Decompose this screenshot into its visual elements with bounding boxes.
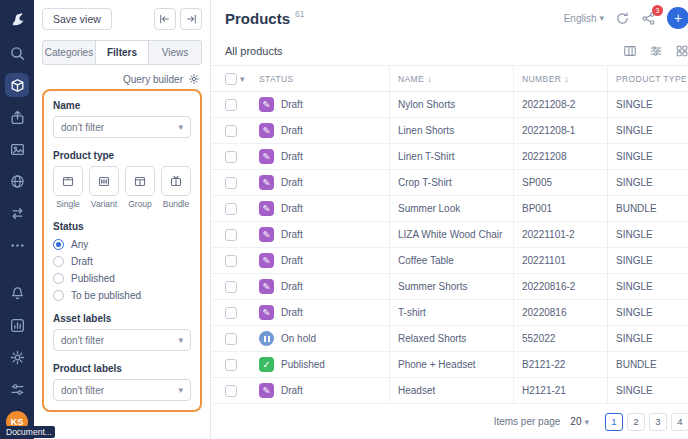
chevron-down-icon[interactable]: ▾	[240, 74, 245, 84]
column-header-product-type[interactable]: PRODUCT TYPE↓	[607, 66, 688, 91]
table-row[interactable]: ✎ Draft Linen Shorts 20221208-1 SINGLE	[211, 118, 688, 144]
table-row[interactable]: ✎ Draft Crop T-Shirt SP005 SINGLE	[211, 170, 688, 196]
row-checkbox[interactable]	[225, 385, 237, 397]
column-header-status[interactable]: STATUS	[259, 66, 389, 91]
nav-assets[interactable]	[5, 137, 29, 161]
product-name[interactable]: Linen Shorts	[389, 118, 513, 143]
table-row[interactable]: ✎ Draft Summer Shorts 20220816-2 SINGLE	[211, 274, 688, 300]
product-name[interactable]: Linen T-Shirt	[389, 144, 513, 169]
table-row[interactable]: ✎ Draft Nylon Shorts 20221208-2 SINGLE	[211, 92, 688, 118]
expand-panel-right-button[interactable]	[180, 8, 202, 30]
status-icon: ✎	[259, 201, 274, 216]
filter-asset-labels-select[interactable]: don't filter ▾	[53, 329, 191, 351]
table-row[interactable]: ✎ Draft Headset H2121-21 SINGLE	[211, 378, 688, 404]
product-name[interactable]: Summer Shorts	[389, 274, 513, 299]
nav-transfer[interactable]	[5, 201, 29, 225]
row-checkbox[interactable]	[225, 359, 237, 371]
filter-product-labels-label: Product labels	[53, 363, 191, 374]
tab-categories[interactable]: Categories	[42, 40, 95, 65]
app-logo[interactable]	[6, 7, 28, 29]
nav-notifications[interactable]	[5, 281, 29, 305]
product-name[interactable]: Crop T-Shirt	[389, 170, 513, 195]
columns-view-button[interactable]	[623, 44, 637, 58]
nav-products[interactable]	[5, 73, 29, 97]
select-all-checkbox[interactable]	[225, 73, 237, 85]
product-name[interactable]: Summer Look	[389, 196, 513, 221]
product-name[interactable]: T-shirt	[389, 300, 513, 325]
status-option-to-be-published-label: To be published	[71, 290, 141, 301]
box-icon	[9, 77, 26, 94]
nav-search[interactable]	[5, 41, 29, 65]
row-checkbox[interactable]	[225, 177, 237, 189]
column-header-number[interactable]: NUMBER↓	[513, 66, 607, 91]
status-icon: ✎	[259, 227, 274, 242]
row-checkbox[interactable]	[225, 281, 237, 293]
page-button-3[interactable]: 3	[649, 413, 667, 431]
query-builder-link[interactable]: Query builder	[42, 73, 200, 85]
nav-publish[interactable]	[5, 105, 29, 129]
column-header-name[interactable]: NAME↓	[389, 66, 513, 91]
table-row[interactable]: ✓ Published Phone + Headset B2121-22 BUN…	[211, 352, 688, 378]
product-name[interactable]: LIZA White Wood Chair	[389, 222, 513, 247]
status-label: Draft	[281, 307, 303, 318]
table-row[interactable]: ✎ Draft T-shirt 20220816 SINGLE	[211, 300, 688, 326]
row-checkbox[interactable]	[225, 125, 237, 137]
table-row[interactable]: ✎ Draft Linen T-Shirt 20221208 SINGLE	[211, 144, 688, 170]
scope-selector[interactable]: All products	[225, 45, 282, 57]
row-checkbox[interactable]	[225, 307, 237, 319]
add-product-button[interactable]: +	[667, 7, 688, 29]
row-checkbox[interactable]	[225, 333, 237, 345]
status-option-any[interactable]: Any	[53, 239, 191, 250]
page-button-2[interactable]: 2	[627, 413, 645, 431]
product-type-bundle[interactable]: Bundle	[161, 166, 191, 209]
product-name[interactable]: Relaxed Shorts	[389, 326, 513, 351]
table-row[interactable]: ✎ Draft Coffee Table 20221101 SINGLE	[211, 248, 688, 274]
product-type-variant[interactable]: Variant	[89, 166, 119, 209]
row-checkbox[interactable]	[225, 229, 237, 241]
product-name[interactable]: Coffee Table	[389, 248, 513, 273]
page-button-4[interactable]: 4	[671, 413, 688, 431]
product-type-single[interactable]: Single	[53, 166, 83, 209]
grid-view-button[interactable]	[675, 44, 688, 58]
status-option-published[interactable]: Published	[53, 273, 191, 284]
status-icon: ✎	[259, 383, 274, 398]
status-option-draft[interactable]: Draft	[53, 256, 191, 267]
nav-channels[interactable]	[5, 169, 29, 193]
product-type-group[interactable]: Group	[125, 166, 155, 209]
filter-product-labels-select[interactable]: don't filter ▾	[53, 379, 191, 401]
tab-filters[interactable]: Filters	[95, 40, 149, 65]
row-checkbox[interactable]	[225, 203, 237, 215]
filter-name-value: don't filter	[61, 122, 104, 133]
filter-name-select[interactable]: don't filter ▾	[53, 116, 191, 138]
tab-views[interactable]: Views	[149, 40, 202, 65]
tasks-button[interactable]: 3	[641, 11, 656, 26]
language-selector[interactable]: English ▾	[564, 13, 604, 24]
items-per-page-select[interactable]: 20 ▾	[570, 416, 589, 427]
table-row[interactable]: ✎ Draft LIZA White Wood Chair 20221101-2…	[211, 222, 688, 248]
save-view-button[interactable]: Save view	[42, 8, 112, 30]
product-type: SINGLE	[607, 170, 688, 195]
filter-settings-button[interactable]	[649, 44, 663, 58]
product-name[interactable]: Nylon Shorts	[389, 92, 513, 117]
table-row[interactable]: On hold Relaxed Shorts 552022 SINGLE	[211, 326, 688, 352]
nav-settings[interactable]	[5, 345, 29, 369]
bar-chart-icon	[9, 317, 26, 334]
product-name[interactable]: Phone + Headset	[389, 352, 513, 377]
nav-analytics[interactable]	[5, 313, 29, 337]
refresh-button[interactable]	[615, 11, 630, 26]
nav-preferences[interactable]	[5, 377, 29, 401]
collapse-panel-left-button[interactable]	[154, 8, 176, 30]
product-number: SP005	[513, 170, 607, 195]
row-checkbox[interactable]	[225, 151, 237, 163]
status-option-to-be-published[interactable]: To be published	[53, 290, 191, 301]
row-checkbox[interactable]	[225, 99, 237, 111]
table-row[interactable]: ✎ Draft Summer Look BP001 BUNDLE	[211, 196, 688, 222]
nav-more[interactable]	[5, 233, 29, 257]
product-name[interactable]: Headset	[389, 378, 513, 403]
status-label: On hold	[281, 333, 316, 344]
row-checkbox[interactable]	[225, 255, 237, 267]
page-button-1[interactable]: 1	[605, 413, 623, 431]
sort-down-icon[interactable]: ↓	[564, 74, 569, 84]
status-label: Draft	[281, 255, 303, 266]
sort-down-icon[interactable]: ↓	[427, 74, 432, 84]
